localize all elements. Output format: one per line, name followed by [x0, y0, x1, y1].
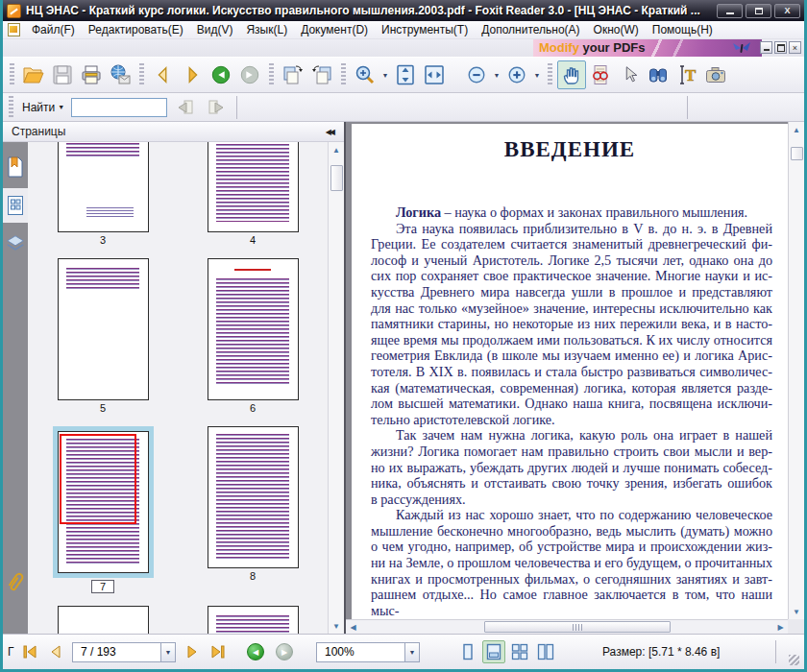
fit-width-button[interactable] [420, 60, 449, 89]
menu-item-9[interactable]: Помощь(H) [646, 21, 720, 38]
page-thumbnail-4[interactable]: 4 [208, 142, 299, 246]
search-button[interactable] [644, 60, 672, 89]
thumbnail-page-image[interactable] [58, 606, 149, 634]
toolbar-grip[interactable] [341, 63, 346, 86]
panel-collapse-button[interactable]: ◀◀ [326, 128, 335, 136]
thumbnail-page-image[interactable] [58, 142, 149, 232]
mdi-restore-button[interactable] [774, 41, 787, 54]
close-button[interactable]: X [774, 4, 800, 18]
page-thumbnail-10[interactable]: 10 [208, 606, 299, 634]
panel-scrollbar[interactable]: ▲ ▼ [328, 142, 344, 634]
reflow-tool-button[interactable] [586, 60, 615, 89]
thumbnail-page-image[interactable] [208, 426, 299, 568]
find-input[interactable] [71, 98, 167, 117]
zoom-in-button[interactable] [502, 60, 531, 89]
email-button[interactable] [106, 60, 134, 89]
next-page-button[interactable] [181, 640, 204, 663]
status-text: Г [8, 645, 15, 659]
pages-panel-button[interactable] [3, 188, 28, 223]
page-thumbnail-9[interactable]: 9 [58, 606, 149, 634]
menu-item-1[interactable]: Файл(F) [25, 21, 82, 38]
scroll-down-icon[interactable]: ▼ [329, 618, 344, 634]
zoom-tool-button[interactable] [351, 60, 379, 89]
print-button[interactable] [77, 60, 106, 89]
thumbnail-page-image[interactable] [208, 258, 299, 400]
scroll-right-icon[interactable]: ▶ [773, 623, 788, 632]
toolbar-grip[interactable] [548, 63, 552, 86]
open-button[interactable] [19, 60, 48, 89]
page-thumbnail-5[interactable]: 5 [58, 258, 149, 414]
menu-item-5[interactable]: Документ(D) [294, 21, 375, 38]
find-dropdown-icon[interactable]: ▼ [58, 104, 64, 110]
facing-layout-button[interactable] [508, 640, 531, 663]
minimize-button[interactable] [717, 4, 743, 18]
text-select-tool-button[interactable]: T [672, 60, 701, 89]
page-thumbnail-3[interactable]: 3 [58, 142, 149, 246]
continuous-facing-layout-button[interactable] [534, 640, 557, 663]
bookmarks-panel-button[interactable] [3, 150, 28, 184]
rotate-left-button[interactable] [307, 60, 336, 89]
page-thumbnail-6[interactable]: 6 [208, 258, 299, 414]
continuous-layout-button[interactable] [482, 640, 505, 663]
document-horizontal-scrollbar[interactable]: ◀ ▶ [346, 619, 788, 634]
scroll-left-icon[interactable]: ◀ [346, 623, 360, 632]
menu-item-4[interactable]: Язык(L) [239, 21, 294, 38]
menu-item-7[interactable]: Дополнительно(A) [475, 21, 586, 38]
next-view-button[interactable]: ▶ [276, 643, 293, 660]
previous-page-button[interactable] [149, 60, 178, 89]
scroll-down-icon[interactable]: ▼ [789, 604, 804, 619]
page-number-input[interactable] [72, 642, 160, 662]
next-page-button[interactable] [178, 60, 207, 89]
document-page[interactable]: ВВЕДЕНИЕ Логика – наука о формах и закон… [352, 124, 788, 619]
previous-view-button[interactable]: ◀ [247, 643, 264, 660]
select-tool-button[interactable] [615, 60, 644, 89]
previous-page-button[interactable] [44, 640, 67, 663]
maximize-button[interactable] [746, 4, 771, 18]
zoom-out-button[interactable] [462, 60, 491, 89]
next-view-button[interactable] [235, 60, 264, 89]
layers-panel-button[interactable] [3, 227, 28, 261]
toolbar-grip[interactable] [139, 63, 144, 86]
resize-grip[interactable] [789, 655, 799, 665]
page-thumbnail-8[interactable]: 8 [208, 426, 299, 593]
zoom-out-dropdown[interactable]: ▼ [491, 60, 502, 89]
snapshot-tool-button[interactable] [701, 60, 730, 89]
mdi-close-button[interactable]: × [789, 41, 801, 54]
menu-item-8[interactable]: Окно(W) [587, 21, 646, 38]
zoom-dropdown[interactable]: ▼ [404, 642, 420, 662]
scroll-up-icon[interactable]: ▲ [789, 122, 804, 137]
previous-view-button[interactable] [207, 60, 235, 89]
zoom-in-dropdown[interactable]: ▼ [531, 60, 543, 89]
zoom-input[interactable] [316, 642, 404, 662]
mdi-minimize-button[interactable] [760, 41, 772, 54]
first-page-button[interactable] [18, 640, 41, 663]
scroll-up-icon[interactable]: ▲ [329, 142, 344, 157]
scroll-thumb[interactable] [484, 621, 671, 633]
menu-item-6[interactable]: Инструменты(T) [375, 21, 475, 38]
last-page-button[interactable] [207, 640, 230, 663]
scroll-thumb[interactable] [791, 147, 803, 160]
document-vertical-scrollbar[interactable]: ▲ ▼ [788, 122, 804, 619]
find-next-button[interactable] [204, 96, 229, 119]
menu-item-3[interactable]: Вид(V) [190, 21, 240, 38]
document-icon[interactable] [8, 23, 20, 36]
ad-banner[interactable]: Modify your PDFs [533, 39, 762, 57]
zoom-tool-dropdown[interactable]: ▼ [379, 60, 391, 89]
toolbar-grip[interactable] [269, 63, 274, 86]
menu-item-2[interactable]: Редактировать(E) [82, 21, 190, 38]
thumbnail-page-image[interactable] [208, 142, 299, 232]
findbar-grip[interactable] [9, 96, 13, 119]
thumbnail-page-image[interactable] [58, 431, 149, 573]
rotate-right-button[interactable] [279, 60, 307, 89]
toolbar-grip[interactable] [10, 63, 14, 86]
find-previous-button[interactable] [173, 96, 198, 119]
thumbnail-page-image[interactable] [58, 258, 149, 400]
page-number-dropdown[interactable]: ▼ [160, 642, 176, 662]
scroll-thumb[interactable] [330, 165, 343, 191]
page-thumbnail-7[interactable]: 7 [53, 426, 154, 593]
hand-tool-button[interactable] [557, 60, 586, 89]
thumbnail-page-image[interactable] [208, 606, 299, 634]
fit-page-button[interactable] [391, 60, 420, 89]
save-button[interactable] [48, 60, 77, 89]
single-page-layout-button[interactable] [456, 640, 479, 663]
